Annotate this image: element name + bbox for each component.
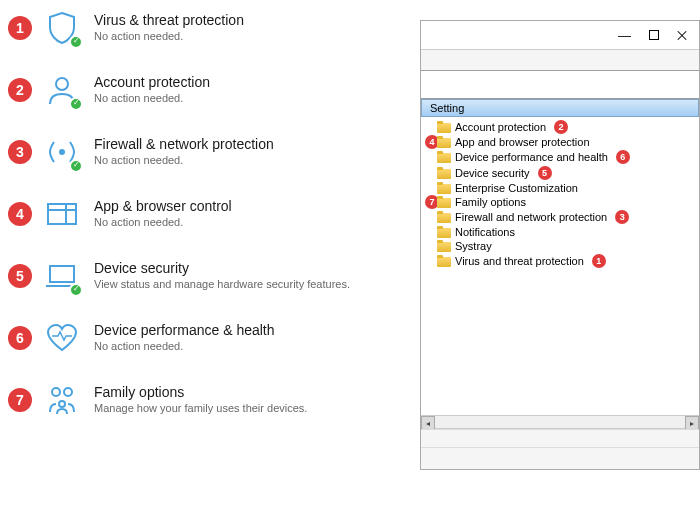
svg-rect-2: [48, 204, 76, 224]
item-subtitle: No action needed.: [94, 30, 244, 42]
folder-icon: [437, 151, 451, 163]
tree-item-label: Systray: [455, 240, 492, 252]
reference-badge: 3: [615, 210, 629, 224]
folder-icon: [437, 240, 451, 252]
toolbar: [421, 49, 699, 71]
folder-icon: [437, 167, 451, 179]
svg-point-8: [59, 401, 65, 407]
item-title: Device performance & health: [94, 322, 275, 338]
tree-item-label: Enterprise Customization: [455, 182, 578, 194]
settings-tree: Setting Account protection24App and brow…: [421, 99, 699, 271]
folder-icon: [437, 255, 451, 267]
tree-item-label: Account protection: [455, 121, 546, 133]
number-badge: 3: [8, 140, 32, 164]
reference-badge: 6: [616, 150, 630, 164]
item-subtitle: Manage how your family uses their device…: [94, 402, 307, 414]
app-browser-icon: [44, 196, 82, 234]
column-header[interactable]: Setting: [421, 99, 699, 117]
svg-point-1: [59, 149, 65, 155]
item-title: Virus & threat protection: [94, 12, 244, 28]
tree-item-label: Family options: [455, 196, 526, 208]
health-icon: [44, 320, 82, 358]
tree-item-label: Notifications: [455, 226, 515, 238]
security-item[interactable]: 6 Device performance & health No action …: [8, 320, 420, 358]
tree-item[interactable]: 4App and browser protection: [421, 135, 699, 149]
window-controls: —: [421, 21, 699, 49]
number-badge: 1: [8, 16, 32, 40]
tree-item[interactable]: Virus and threat protection1: [421, 253, 699, 269]
tree-item-label: Virus and threat protection: [455, 255, 584, 267]
scroll-right-button[interactable]: ▸: [685, 416, 699, 430]
shield-icon: [44, 10, 82, 48]
firewall-icon: [44, 134, 82, 172]
number-badge: 4: [8, 202, 32, 226]
item-subtitle: View status and manage hardware security…: [94, 278, 350, 290]
security-item[interactable]: 5 Device security View status and manage…: [8, 258, 420, 296]
security-item[interactable]: 1 Virus & threat protection No action ne…: [8, 10, 420, 48]
tree-item[interactable]: Firewall and network protection3: [421, 209, 699, 225]
tree-item-label: App and browser protection: [455, 136, 590, 148]
horizontal-scrollbar[interactable]: ◂ ▸: [421, 415, 699, 429]
svg-rect-5: [50, 266, 74, 282]
tree-item[interactable]: Device performance and health6: [421, 149, 699, 165]
item-title: Account protection: [94, 74, 210, 90]
number-badge: 5: [8, 264, 32, 288]
reference-badge: 5: [538, 166, 552, 180]
security-item[interactable]: 4 App & browser control No action needed…: [8, 196, 420, 234]
close-button[interactable]: [677, 30, 687, 40]
tree-item-label: Device security: [455, 167, 530, 179]
number-badge: 2: [8, 78, 32, 102]
item-title: App & browser control: [94, 198, 232, 214]
item-subtitle: No action needed.: [94, 154, 274, 166]
status-area: [421, 429, 699, 469]
number-badge: 7: [8, 388, 32, 412]
security-center-list: 1 Virus & threat protection No action ne…: [0, 0, 420, 454]
folder-icon: [437, 182, 451, 194]
item-title: Family options: [94, 384, 307, 400]
reference-badge: 2: [554, 120, 568, 134]
tree-item[interactable]: Enterprise Customization: [421, 181, 699, 195]
tree-item[interactable]: 7Family options: [421, 195, 699, 209]
tree-item[interactable]: Account protection2: [421, 119, 699, 135]
folder-icon: [437, 211, 451, 223]
tree-item-label: Firewall and network protection: [455, 211, 607, 223]
policy-editor-window: — Setting Account protection24App and br…: [420, 20, 700, 470]
item-title: Device security: [94, 260, 350, 276]
tree-item[interactable]: Systray: [421, 239, 699, 253]
security-item[interactable]: 7 Family options Manage how your family …: [8, 382, 420, 420]
tree-item-label: Device performance and health: [455, 151, 608, 163]
folder-icon: [437, 196, 451, 208]
security-item[interactable]: 3 Firewall & network protection No actio…: [8, 134, 420, 172]
item-subtitle: No action needed.: [94, 340, 275, 352]
scroll-left-button[interactable]: ◂: [421, 416, 435, 430]
folder-icon: [437, 226, 451, 238]
svg-point-7: [64, 388, 72, 396]
security-item[interactable]: 2 Account protection No action needed.: [8, 72, 420, 110]
item-subtitle: No action needed.: [94, 92, 210, 104]
content-header: [421, 71, 699, 99]
svg-point-0: [56, 78, 68, 90]
minimize-button[interactable]: —: [618, 28, 631, 43]
device-icon: [44, 258, 82, 296]
tree-item[interactable]: Notifications: [421, 225, 699, 239]
folder-icon: [437, 121, 451, 133]
number-badge: 6: [8, 326, 32, 350]
item-title: Firewall & network protection: [94, 136, 274, 152]
tree-item[interactable]: Device security5: [421, 165, 699, 181]
account-icon: [44, 72, 82, 110]
svg-point-6: [52, 388, 60, 396]
family-icon: [44, 382, 82, 420]
reference-badge: 1: [592, 254, 606, 268]
item-subtitle: No action needed.: [94, 216, 232, 228]
folder-icon: [437, 136, 451, 148]
maximize-button[interactable]: [649, 30, 659, 40]
